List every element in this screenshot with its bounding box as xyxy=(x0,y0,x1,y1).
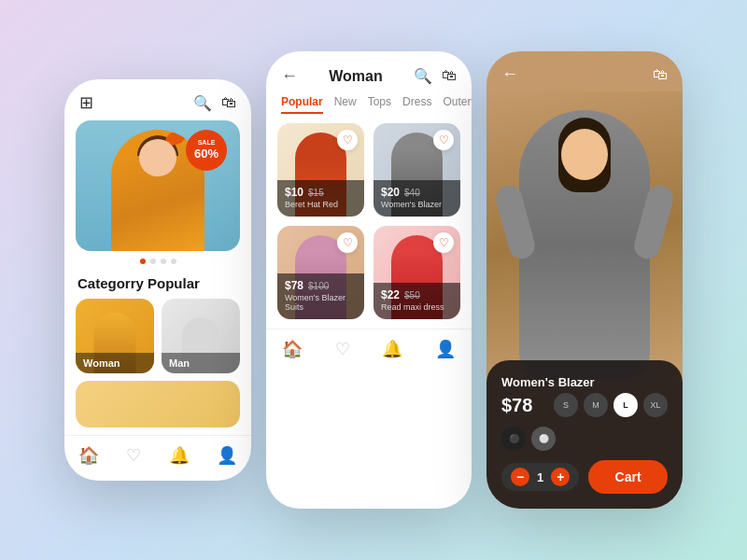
original-price: $50 xyxy=(404,290,420,301)
product-name: Beret Hat Red xyxy=(285,200,357,209)
price-row: $78 $100 xyxy=(285,279,357,292)
quantity-display: 1 xyxy=(537,470,543,484)
product-grid: ♡ $10 $15 Beret Hat Red ♡ $20 $40 Women'… xyxy=(266,123,472,319)
product-name: Read maxi dress xyxy=(381,302,453,312)
phone3-header: ← 🛍 xyxy=(486,51,683,91)
sale-percent: 60% xyxy=(194,147,218,161)
add-to-cart-button[interactable]: Cart xyxy=(588,460,668,494)
face xyxy=(561,129,608,180)
dot-4[interactable] xyxy=(171,259,176,264)
product-blazer-info: $20 $40 Women's Blazer xyxy=(374,180,460,217)
bottom-nav: 🏠 ♡ 🔔 👤 xyxy=(266,329,472,371)
nav-home[interactable]: 🏠 xyxy=(282,339,303,359)
favorite-button-blazer[interactable]: ♡ xyxy=(433,130,454,150)
carousel-dots xyxy=(64,259,251,264)
size-s[interactable]: S xyxy=(554,393,578,417)
tab-tops[interactable]: Tops xyxy=(368,95,391,114)
phone-home: ⊞ 🔍 🛍 SALE 60% Categorry Popular Woman xyxy=(64,79,251,481)
color-light[interactable]: ⚪ xyxy=(531,427,556,451)
nav-favorites[interactable]: ♡ xyxy=(126,445,141,466)
size-options: S M L XL xyxy=(554,393,668,417)
dot-3[interactable] xyxy=(161,259,166,264)
price-row: $22 $50 xyxy=(381,288,453,301)
product-dress[interactable]: ♡ $22 $50 Read maxi dress xyxy=(374,226,460,319)
phone2-header: ← Woman 🔍 🛍 xyxy=(266,51,472,95)
search-icon[interactable]: 🔍 xyxy=(193,94,212,112)
size-l[interactable]: L xyxy=(613,393,638,417)
back-button[interactable]: ← xyxy=(281,66,298,86)
price: $10 xyxy=(285,186,303,199)
favorite-button-suit[interactable]: ♡ xyxy=(337,232,358,253)
face xyxy=(139,139,176,176)
page-title: Woman xyxy=(329,68,382,85)
tab-outerwear[interactable]: Outerwear xyxy=(443,95,472,114)
back-button[interactable]: ← xyxy=(501,64,518,84)
nav-profile[interactable]: 👤 xyxy=(217,445,237,466)
price-row: $10 $15 xyxy=(285,186,357,199)
product-name: Women's Blazer xyxy=(501,375,668,389)
phone-detail: ← 🛍 1/4 Women's Blazer $78 S M L XL ⚫ ⚪ xyxy=(486,51,683,509)
category-woman[interactable]: Woman xyxy=(76,299,154,373)
model-figure xyxy=(519,110,650,381)
size-xl[interactable]: XL xyxy=(643,393,668,417)
dot-1[interactable] xyxy=(140,259,146,264)
nav-profile[interactable]: 👤 xyxy=(435,339,456,359)
category-tabs: Popular New Tops Dress Outerwear Je... xyxy=(266,95,472,123)
product-detail-panel: Women's Blazer $78 S M L XL ⚫ ⚪ − 1 + Ca… xyxy=(486,360,683,509)
phone1-header: ⊞ 🔍 🛍 xyxy=(64,79,251,120)
woman-label: Woman xyxy=(76,353,154,373)
man-label: Man xyxy=(162,353,240,373)
price: $22 xyxy=(381,288,400,301)
decrease-button[interactable]: − xyxy=(511,468,529,486)
sale-badge: SALE 60% xyxy=(186,130,227,171)
product-hat[interactable]: ♡ $10 $15 Beret Hat Red xyxy=(277,123,364,217)
nav-notifications[interactable]: 🔔 xyxy=(382,339,402,359)
bottom-nav: 🏠 ♡ 🔔 👤 xyxy=(64,435,251,477)
product-name: Women's Blazer xyxy=(381,200,453,209)
nav-notifications[interactable]: 🔔 xyxy=(169,445,190,466)
sale-label: SALE xyxy=(198,139,216,147)
tab-dress[interactable]: Dress xyxy=(402,95,431,114)
bag-icon[interactable]: 🛍 xyxy=(653,66,668,83)
original-price: $100 xyxy=(308,281,329,291)
header-actions: 🔍 🛍 xyxy=(414,67,457,85)
cart-controls: − 1 + Cart xyxy=(501,460,668,494)
header-icons: 🔍 🛍 xyxy=(193,94,236,112)
price: $20 xyxy=(381,186,400,199)
original-price: $40 xyxy=(404,188,420,198)
banner: SALE 60% xyxy=(76,120,240,251)
size-m[interactable]: M xyxy=(584,393,608,417)
bag-icon[interactable]: 🛍 xyxy=(442,67,457,85)
model-area xyxy=(486,91,683,381)
price-row: $20 $40 xyxy=(381,186,453,199)
section-title: Categorry Popular xyxy=(64,272,251,299)
product-blazer[interactable]: ♡ $20 $40 Women's Blazer xyxy=(374,123,460,217)
dot-2[interactable] xyxy=(150,259,156,264)
phone-browse: ← Woman 🔍 🛍 Popular New Tops Dress Outer… xyxy=(266,51,472,509)
product-suit-info: $78 $100 Women's Blazer Suits xyxy=(277,273,364,319)
product-dress-info: $22 $50 Read maxi dress xyxy=(374,283,460,319)
tab-popular[interactable]: Popular xyxy=(281,95,323,114)
nav-favorites[interactable]: ♡ xyxy=(335,339,350,359)
grid-icon[interactable]: ⊞ xyxy=(79,92,93,113)
search-icon[interactable]: 🔍 xyxy=(414,67,432,85)
tab-new[interactable]: New xyxy=(334,95,357,114)
price: $78 xyxy=(285,279,303,292)
color-dark[interactable]: ⚫ xyxy=(501,427,526,451)
arm-right xyxy=(631,183,676,262)
bag-icon[interactable]: 🛍 xyxy=(221,94,236,112)
original-price: $15 xyxy=(308,188,324,198)
category-grid: Woman Man xyxy=(64,299,251,427)
nav-home[interactable]: 🏠 xyxy=(78,445,99,466)
increase-button[interactable]: + xyxy=(551,468,570,486)
product-suit[interactable]: ♡ $78 $100 Women's Blazer Suits xyxy=(277,226,364,319)
price-row: $78 S M L XL xyxy=(501,393,668,417)
price: $78 xyxy=(501,395,532,416)
category-family[interactable] xyxy=(76,381,240,427)
quantity-control: − 1 + xyxy=(501,463,579,491)
category-man[interactable]: Man xyxy=(162,299,240,373)
favorite-button-hat[interactable]: ♡ xyxy=(337,130,358,150)
product-name: Women's Blazer Suits xyxy=(285,293,357,312)
favorite-button-dress[interactable]: ♡ xyxy=(433,232,454,253)
product-hat-info: $10 $15 Beret Hat Red xyxy=(277,180,364,217)
